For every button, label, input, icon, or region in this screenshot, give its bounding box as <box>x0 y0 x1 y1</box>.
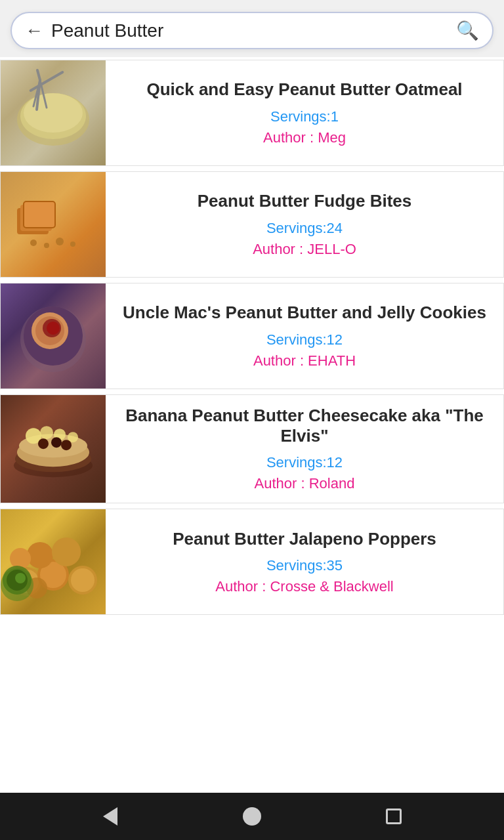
recipe-author: Author : JELL-O <box>253 241 356 258</box>
search-bar: ← 🔍 <box>10 12 494 49</box>
recipe-servings: Servings:24 <box>266 220 343 237</box>
food-illustration <box>1 509 106 614</box>
svg-point-13 <box>56 238 64 245</box>
svg-point-26 <box>40 426 53 439</box>
recipe-author: Author : Crosse & Blackwell <box>215 578 393 595</box>
nav-home-button[interactable] <box>236 800 268 833</box>
recipe-author: Author : EHATH <box>253 352 356 369</box>
back-icon[interactable]: ← <box>25 20 43 41</box>
svg-point-20 <box>47 322 60 335</box>
recipe-servings: Servings:12 <box>266 331 343 348</box>
recipe-servings: Servings:12 <box>266 454 343 471</box>
recipe-info: Uncle Mac's Peanut Butter and Jelly Cook… <box>106 284 503 388</box>
nav-recent-button[interactable] <box>377 800 410 833</box>
svg-point-14 <box>70 242 75 247</box>
recipe-title: Peanut Butter Jalapeno Poppers <box>173 529 436 549</box>
svg-point-31 <box>61 440 72 450</box>
recipe-title: Banana Peanut Butter Cheesecake aka "The… <box>119 406 490 446</box>
svg-point-2 <box>24 93 83 133</box>
recipe-title: Uncle Mac's Peanut Butter and Jelly Cook… <box>123 303 486 323</box>
svg-point-38 <box>27 542 53 568</box>
food-illustration <box>1 172 106 277</box>
recipe-author: Author : Meg <box>263 129 346 146</box>
recipe-image <box>1 284 106 388</box>
recipe-card[interactable]: Banana Peanut Butter Cheesecake aka "The… <box>0 394 504 503</box>
svg-point-45 <box>15 573 26 583</box>
recipe-servings: Servings:35 <box>266 557 343 574</box>
nav-back-button[interactable] <box>94 800 127 833</box>
recent-square-icon <box>386 808 402 824</box>
recipe-info: Peanut Butter Fudge Bites Servings:24 Au… <box>106 172 503 277</box>
recipe-card[interactable]: Quick and Easy Peanut Butter Oatmeal Ser… <box>0 60 504 166</box>
food-illustration <box>1 60 106 165</box>
recipe-card[interactable]: Peanut Butter Fudge Bites Servings:24 Au… <box>0 171 504 278</box>
search-input[interactable] <box>51 20 448 41</box>
recipe-card[interactable]: Uncle Mac's Peanut Butter and Jelly Cook… <box>0 283 504 389</box>
svg-point-12 <box>44 243 49 248</box>
recipe-image <box>1 395 106 503</box>
recipe-title: Peanut Butter Fudge Bites <box>198 191 411 211</box>
recipe-image <box>1 172 106 277</box>
bottom-nav <box>0 793 504 840</box>
recipe-image <box>1 509 106 614</box>
search-icon[interactable]: 🔍 <box>456 20 479 41</box>
svg-rect-9 <box>24 201 55 228</box>
recipe-title: Quick and Easy Peanut Butter Oatmeal <box>146 79 462 100</box>
food-illustration <box>1 395 106 503</box>
recipe-info: Quick and Easy Peanut Butter Oatmeal Ser… <box>106 60 503 165</box>
svg-point-11 <box>30 240 37 246</box>
svg-line-6 <box>37 70 40 80</box>
recipe-info: Peanut Butter Jalapeno Poppers Servings:… <box>106 509 503 614</box>
svg-point-37 <box>71 568 94 592</box>
recipe-author: Author : Roland <box>255 475 355 492</box>
recipe-card[interactable]: Peanut Butter Jalapeno Poppers Servings:… <box>0 509 504 615</box>
svg-point-40 <box>10 548 31 569</box>
svg-point-29 <box>38 438 49 449</box>
recipe-image <box>1 60 106 165</box>
recipe-servings: Servings:1 <box>270 108 339 125</box>
recipe-info: Banana Peanut Butter Cheesecake aka "The… <box>106 395 503 503</box>
back-triangle-icon <box>103 807 117 826</box>
food-illustration <box>1 284 106 388</box>
svg-point-39 <box>52 537 81 566</box>
svg-point-30 <box>51 437 62 448</box>
recipe-list: Quick and Easy Peanut Butter Oatmeal Ser… <box>0 57 504 793</box>
home-circle-icon <box>243 807 261 826</box>
